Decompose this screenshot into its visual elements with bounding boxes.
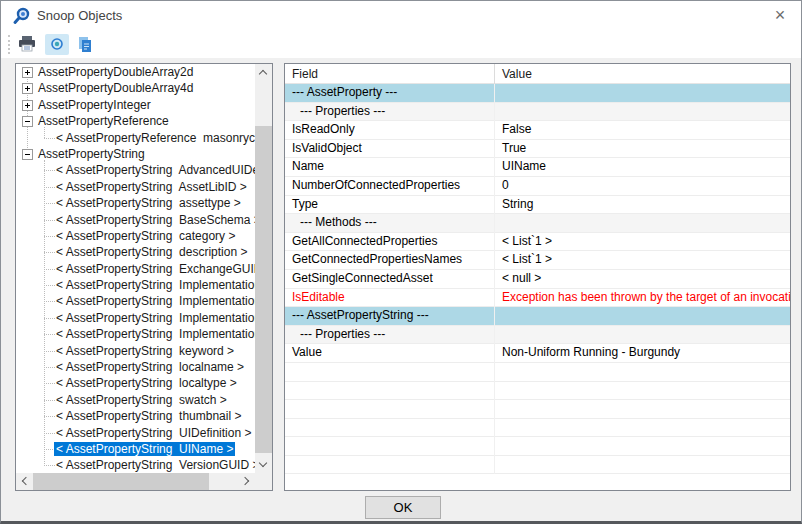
tree-item-label[interactable]: < AssetPropertyReference masonrycmu — [54, 131, 255, 145]
tree-item[interactable]: < AssetPropertyString assettype > — [16, 195, 255, 211]
table-row[interactable]: NameUIName — [285, 158, 790, 177]
tree-item[interactable]: < AssetPropertyString keyword > — [16, 343, 255, 359]
print-button[interactable] — [15, 34, 39, 55]
tree-item-label[interactable]: < AssetPropertyString BaseSchema > — [54, 213, 255, 227]
tree-item-label[interactable]: < AssetPropertyString category > — [54, 229, 237, 243]
expand-icon[interactable] — [22, 100, 33, 111]
tree-item-label[interactable]: AssetPropertyDoubleArray4d — [36, 81, 195, 95]
expand-icon[interactable] — [22, 67, 33, 78]
tree-item[interactable]: < AssetPropertyString AssetLibID > — [16, 179, 255, 195]
tree-item[interactable]: AssetPropertyString — [16, 146, 255, 162]
tree-item-label[interactable]: < AssetPropertyString swatch > — [54, 393, 229, 407]
table-row[interactable]: --- Methods --- — [285, 214, 790, 233]
field-cell — [285, 437, 495, 456]
tree-item[interactable]: AssetPropertyReference — [16, 113, 255, 129]
tree-item-label[interactable]: AssetPropertyInteger — [36, 98, 153, 112]
tree-item-label[interactable]: < AssetPropertyString AdvancedUIDefi — [54, 163, 255, 177]
table-row[interactable]: --- AssetProperty --- — [285, 84, 790, 103]
tree-item-label[interactable]: < AssetPropertyString VersionGUID > — [54, 458, 255, 472]
field-cell: GetAllConnectedProperties — [285, 233, 495, 252]
tree-item-label[interactable]: < AssetPropertyString ImplementationM — [54, 294, 255, 308]
collapse-icon[interactable] — [22, 149, 33, 160]
value-cell: < List`1 > — [495, 233, 790, 251]
tree-item-label[interactable]: < AssetPropertyString UIDefinition > — [54, 426, 253, 440]
field-cell: IsValidObject — [285, 140, 495, 159]
tree-item[interactable]: < AssetPropertyString BaseSchema > — [16, 212, 255, 228]
tree-item-label[interactable]: < AssetPropertyString ExchangeGUID — [54, 262, 255, 276]
tree-item-label[interactable]: < AssetPropertyString AssetLibID > — [54, 180, 249, 194]
tree-vertical-scrollbar[interactable] — [255, 64, 272, 473]
tree-item-label[interactable]: < AssetPropertyString ImplementationP — [54, 327, 255, 341]
table-row[interactable]: GetAllConnectedProperties< List`1 > — [285, 233, 790, 252]
tree-item-label[interactable]: < AssetPropertyString ImplementationO — [54, 311, 255, 325]
collapse-icon[interactable] — [22, 116, 33, 127]
properties-list-panel: Field Value --- AssetProperty ------ Pro… — [284, 63, 791, 491]
scrollbar-corner — [255, 473, 272, 490]
snoop-objects-window: Snoop Objects × — [0, 0, 802, 524]
tree-item[interactable]: < AssetPropertyString localtype > — [16, 375, 255, 391]
tree-item-label[interactable]: AssetPropertyReference — [36, 114, 171, 128]
empty-row — [285, 382, 790, 401]
scroll-right-button[interactable] — [238, 473, 255, 490]
tree-item[interactable]: < AssetPropertyString swatch > — [16, 392, 255, 408]
copy-button[interactable] — [73, 34, 97, 55]
scroll-left-button[interactable] — [16, 473, 33, 490]
expand-icon[interactable] — [22, 83, 33, 94]
tree-item[interactable]: < AssetPropertyReference masonrycmu — [16, 130, 255, 146]
column-header-value[interactable]: Value — [495, 64, 790, 84]
tree-item-label[interactable]: < AssetPropertyString thumbnail > — [54, 409, 243, 423]
table-row[interactable]: IsEditableException has been thrown by t… — [285, 289, 790, 308]
tree-item[interactable]: < AssetPropertyString ImplementationO — [16, 310, 255, 326]
scroll-down-button[interactable] — [255, 456, 272, 473]
print-preview-button[interactable] — [45, 34, 69, 55]
table-row[interactable]: GetSingleConnectedAsset< null > — [285, 270, 790, 289]
table-row[interactable]: NumberOfConnectedProperties0 — [285, 177, 790, 196]
tree-item[interactable]: < AssetPropertyString localname > — [16, 359, 255, 375]
tree-item[interactable]: < AssetPropertyString category > — [16, 228, 255, 244]
tree-item[interactable]: < AssetPropertyString ImplementationG — [16, 277, 255, 293]
table-row[interactable]: IsReadOnlyFalse — [285, 121, 790, 140]
tree-item-label[interactable]: < AssetPropertyString ImplementationG — [54, 278, 255, 292]
table-row[interactable]: --- Properties --- — [285, 326, 790, 345]
tree-item-label[interactable]: < AssetPropertyString UIName > — [54, 442, 235, 456]
empty-row — [285, 437, 790, 456]
value-cell: 0 — [495, 177, 790, 195]
tree-item-label[interactable]: < AssetPropertyString assettype > — [54, 196, 243, 210]
tree-item[interactable]: < AssetPropertyString AdvancedUIDefi — [16, 162, 255, 178]
tree-item[interactable]: < AssetPropertyString VersionGUID > — [16, 457, 255, 473]
table-row[interactable]: --- Properties --- — [285, 103, 790, 122]
scroll-up-button[interactable] — [255, 64, 272, 81]
tree-item[interactable]: < AssetPropertyString ImplementationM — [16, 293, 255, 309]
tree-item[interactable]: AssetPropertyInteger — [16, 97, 255, 113]
field-cell: --- Properties --- — [285, 326, 495, 345]
table-row[interactable]: ValueNon-Uniform Running - Burgundy — [285, 344, 790, 363]
tree-item[interactable]: < AssetPropertyString ExchangeGUID — [16, 261, 255, 277]
horizontal-scroll-thumb[interactable] — [33, 473, 209, 490]
column-header-field[interactable]: Field — [285, 64, 495, 84]
tree-item-label[interactable]: < AssetPropertyString keyword > — [54, 344, 236, 358]
tree-item[interactable]: < AssetPropertyString description > — [16, 244, 255, 260]
tree-item[interactable]: AssetPropertyDoubleArray2d — [16, 64, 255, 80]
field-cell: --- Properties --- — [285, 103, 495, 122]
tree-item[interactable]: < AssetPropertyString UIName > — [16, 441, 255, 457]
table-row[interactable]: IsValidObjectTrue — [285, 140, 790, 159]
tree-item[interactable]: < AssetPropertyString UIDefinition > — [16, 425, 255, 441]
tree-item-label[interactable]: AssetPropertyDoubleArray2d — [36, 65, 195, 79]
tree-item[interactable]: < AssetPropertyString thumbnail > — [16, 408, 255, 424]
tree-item-label[interactable]: < AssetPropertyString description > — [54, 245, 249, 259]
tree-item-label[interactable]: AssetPropertyString — [36, 147, 147, 161]
tree-item[interactable]: < AssetPropertyString ImplementationP — [16, 326, 255, 342]
empty-row — [285, 363, 790, 382]
tree-horizontal-scrollbar[interactable] — [16, 473, 255, 490]
table-row[interactable]: TypeString — [285, 196, 790, 215]
close-button[interactable]: × — [763, 1, 797, 31]
table-row[interactable]: GetConnectedPropertiesNames< List`1 > — [285, 251, 790, 270]
vertical-scroll-thumb[interactable] — [255, 126, 272, 453]
toolbar-grip[interactable] — [8, 35, 11, 54]
tree-item-label[interactable]: < AssetPropertyString localname > — [54, 360, 246, 374]
ok-button[interactable]: OK — [365, 496, 441, 519]
value-cell: Exception has been thrown by the target … — [495, 289, 790, 307]
tree-item-label[interactable]: < AssetPropertyString localtype > — [54, 376, 239, 390]
table-row[interactable]: --- AssetPropertyString --- — [285, 307, 790, 326]
tree-item[interactable]: AssetPropertyDoubleArray4d — [16, 80, 255, 96]
